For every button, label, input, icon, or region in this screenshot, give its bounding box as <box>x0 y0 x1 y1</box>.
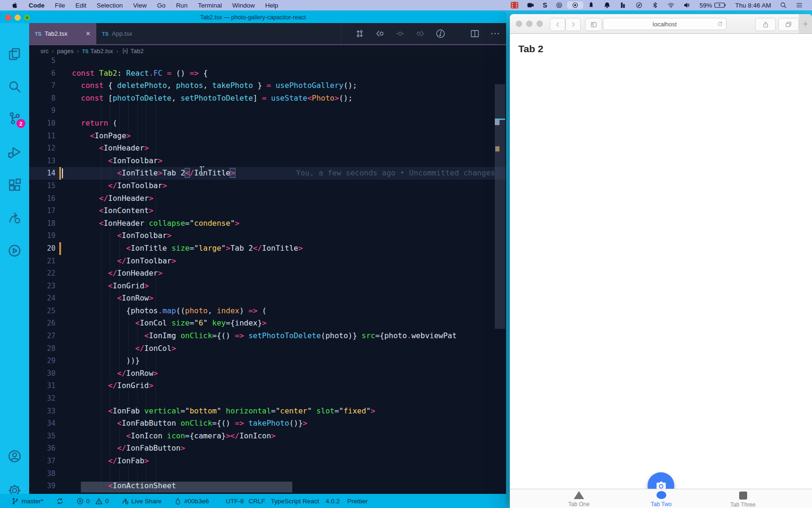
status-live-share[interactable]: Live Share <box>121 497 162 505</box>
code-line-34[interactable]: 34<IonFabButton onClick={() => takePhoto… <box>29 417 506 430</box>
close-tab-icon[interactable]: ✕ <box>86 30 91 37</box>
minimize-window-button[interactable] <box>526 21 532 27</box>
code-editor[interactable]: 56const Tab2: React.FC = () => {7const {… <box>29 57 506 494</box>
tab-one-button[interactable]: Tab One <box>558 491 600 508</box>
status-peacock-color[interactable]: #00b3e6 <box>174 497 209 505</box>
compass-icon[interactable] <box>631 1 647 9</box>
breadcrumb-item-tab2.tsx[interactable]: Tab2.tsx <box>90 48 113 55</box>
menu-item-terminal[interactable]: Terminal <box>193 2 227 9</box>
code-line-21[interactable]: 21</IonToolbar> <box>29 255 506 268</box>
code-line-20[interactable]: 20<IonTitle size="large">Tab 2</IonTitle… <box>29 242 506 255</box>
sidebar-search-icon[interactable] <box>7 79 22 94</box>
menu-item-go[interactable]: Go <box>152 2 171 9</box>
sidebar-run-debug-icon[interactable] <box>7 144 22 159</box>
wifi-icon[interactable] <box>663 1 679 9</box>
menu-item-help[interactable]: Help <box>260 2 283 9</box>
code-line-14[interactable]: 14<IonTitle>Tab 2</IonTitle>You, a few s… <box>29 167 506 180</box>
more-actions-icon[interactable] <box>490 28 500 39</box>
notification-center-icon[interactable] <box>791 1 807 9</box>
code-line-18[interactable]: 18<IonHeader collapse="condense"> <box>29 217 506 230</box>
address-bar[interactable]: localhost <box>603 18 726 30</box>
code-line-31[interactable]: 31</IonGrid> <box>29 380 506 392</box>
s-logo-icon[interactable]: S <box>539 1 551 9</box>
tab-three-button[interactable]: Tab Three <box>722 491 764 508</box>
bell-icon[interactable] <box>599 1 615 9</box>
meter-icon[interactable] <box>615 1 631 9</box>
status-branch[interactable]: master* <box>11 497 44 505</box>
code-line-32[interactable]: 32 <box>29 392 506 405</box>
tab-two-button[interactable]: Tab Two <box>640 491 682 508</box>
minimize-window-button[interactable] <box>15 15 21 21</box>
code-line-11[interactable]: 11<IonPage> <box>29 130 506 143</box>
reload-icon[interactable] <box>717 21 723 27</box>
run-commit-icon[interactable] <box>435 28 446 39</box>
code-line-37[interactable]: 37</IonFab> <box>29 455 506 468</box>
code-line-12[interactable]: 12<IonHeader> <box>29 142 506 155</box>
code-line-23[interactable]: 23<IonGrid> <box>29 280 506 293</box>
tab-app-tsx[interactable]: TS App.tsx <box>96 23 162 44</box>
code-line-35[interactable]: 35<IonIcon icon={camera}></IonIcon> <box>29 430 506 443</box>
breadcrumb[interactable]: src›pages›TSTab2.tsx›Tab2 <box>29 45 506 57</box>
menu-item-selection[interactable]: Selection <box>92 2 128 9</box>
sidebar-explorer-icon[interactable] <box>7 47 22 62</box>
code-line-10[interactable]: 10return ( <box>29 117 506 130</box>
status-sync[interactable] <box>56 497 64 505</box>
menu-clock[interactable]: Thu 8:46 AM <box>731 2 775 9</box>
code-line-16[interactable]: 16</IonHeader> <box>29 192 506 205</box>
code-line-6[interactable]: 6const Tab2: React.FC = () => { <box>29 67 506 80</box>
status-encoding[interactable]: UTF-8 <box>226 498 244 505</box>
battery-status[interactable]: 59% <box>695 2 731 9</box>
status-version[interactable]: 4.0.2 <box>326 498 340 505</box>
sidebar-extensions-icon[interactable] <box>7 177 22 192</box>
compare-changes-icon[interactable] <box>354 28 365 39</box>
sidebar-live-share-icon[interactable] <box>7 210 22 225</box>
close-window-button[interactable] <box>516 21 522 27</box>
code-line-15[interactable]: 15</IonToolbar> <box>29 180 506 192</box>
change-icon[interactable] <box>395 28 406 39</box>
code-line-24[interactable]: 24<IonRow> <box>29 292 506 305</box>
volume-icon[interactable] <box>679 1 695 9</box>
code-line-28[interactable]: 28</IonCol> <box>29 342 506 355</box>
split-editor-icon[interactable] <box>469 28 480 39</box>
code-line-22[interactable]: 22</IonHeader> <box>29 267 506 280</box>
code-line-39[interactable]: 39<IonActionSheet <box>29 480 506 492</box>
status-eol[interactable]: CRLF <box>249 498 265 505</box>
show-all-tabs-button[interactable] <box>778 18 799 31</box>
code-line-26[interactable]: 26<IonCol size="6" key={index}> <box>29 317 506 330</box>
code-line-33[interactable]: 33<IonFab vertical="bottom" horizontal="… <box>29 405 506 418</box>
vertical-scrollbar[interactable] <box>495 84 505 329</box>
menu-item-edit[interactable]: Edit <box>70 2 92 9</box>
menu-item-view[interactable]: View <box>128 2 152 9</box>
sidebar-source-control-icon[interactable]: 2 <box>7 111 22 126</box>
code-line-29[interactable]: 29))} <box>29 355 506 367</box>
code-line-9[interactable]: 9 <box>29 104 506 117</box>
previous-change-icon[interactable] <box>375 28 385 39</box>
vscode-title-bar[interactable]: Tab2.tsx — photo-gallery-capacitor-react <box>0 12 506 23</box>
sidebar-account-icon[interactable] <box>7 449 22 464</box>
screen-camera-icon[interactable] <box>523 1 539 9</box>
menu-item-window[interactable]: Window <box>227 2 260 9</box>
bluetooth-icon[interactable] <box>647 1 663 9</box>
code-line-5[interactable]: 5 <box>29 57 506 67</box>
rocket-icon[interactable] <box>583 1 599 9</box>
spotlight-icon[interactable] <box>775 1 791 9</box>
menu-item-run[interactable]: Run <box>171 2 193 9</box>
status-language[interactable]: TypeScript React <box>271 498 319 505</box>
disc-icon[interactable] <box>551 1 567 9</box>
code-line-19[interactable]: 19<IonToolbar> <box>29 230 506 242</box>
code-line-27[interactable]: 27<IonImg onClick={() => setPhotoToDelet… <box>29 330 506 342</box>
close-window-button[interactable] <box>5 15 11 21</box>
film-icon[interactable] <box>507 2 523 8</box>
sidebar-toggle-button[interactable] <box>585 18 602 31</box>
code-line-13[interactable]: 13<IonToolbar> <box>29 155 506 167</box>
zoom-window-button[interactable] <box>537 21 543 27</box>
code-line-8[interactable]: 8const [photoToDelete, setPhotoToDelete]… <box>29 92 506 105</box>
next-change-icon[interactable] <box>415 28 426 39</box>
breadcrumb-item-src[interactable]: src <box>40 48 48 55</box>
screen-record-icon[interactable] <box>567 1 583 9</box>
menu-item-file[interactable]: File <box>50 2 70 9</box>
forward-button[interactable] <box>565 18 581 31</box>
code-line-36[interactable]: 36</IonFabButton> <box>29 442 506 455</box>
menu-app-name[interactable]: Code <box>23 2 50 9</box>
share-button[interactable] <box>755 18 776 31</box>
